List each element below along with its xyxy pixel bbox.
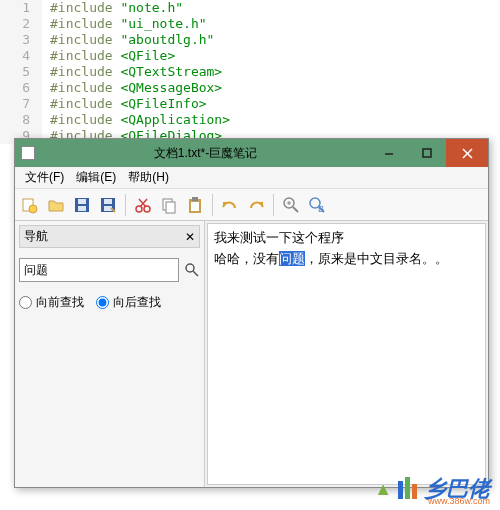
- minimize-button[interactable]: [370, 139, 408, 167]
- line-number: 2: [0, 16, 42, 32]
- code-editor-background: 1#include "note.h" 2#include "ui_note.h"…: [0, 0, 500, 145]
- app-window: 文档1.txt*-巨魔笔记 文件(F) 编辑(E) 帮助(H) B 导航 ✕: [14, 138, 489, 488]
- menubar: 文件(F) 编辑(E) 帮助(H): [15, 167, 488, 189]
- app-icon: [21, 146, 35, 160]
- menu-edit[interactable]: 编辑(E): [70, 167, 122, 188]
- save-button[interactable]: [71, 194, 93, 216]
- toolbar: B: [15, 189, 488, 221]
- svg-point-28: [186, 264, 194, 272]
- search-input[interactable]: [19, 258, 179, 282]
- sidebar-close-icon[interactable]: ✕: [185, 230, 195, 244]
- menu-help[interactable]: 帮助(H): [122, 167, 175, 188]
- svg-rect-30: [398, 481, 403, 499]
- copy-button[interactable]: [158, 194, 180, 216]
- watermark-logo-icon: [396, 475, 420, 503]
- line-number: 1: [0, 0, 42, 16]
- radio-search-forward[interactable]: 向后查找: [96, 294, 161, 311]
- svg-point-5: [29, 205, 37, 213]
- save-as-button[interactable]: [97, 194, 119, 216]
- line-number: 4: [0, 48, 42, 64]
- find-sidebar: 导航 ✕ 向前查找 向后查找: [15, 221, 205, 487]
- line-number: 7: [0, 96, 42, 112]
- radio-back-input[interactable]: [19, 296, 32, 309]
- menu-file[interactable]: 文件(F): [19, 167, 70, 188]
- maximize-button[interactable]: [408, 139, 446, 167]
- radio-fwd-input[interactable]: [96, 296, 109, 309]
- paste-button[interactable]: [184, 194, 206, 216]
- editor-line: 哈哈，没有问题，原来是中文目录名。。: [214, 249, 479, 270]
- svg-rect-20: [191, 202, 199, 211]
- zoom-in-button[interactable]: [280, 194, 302, 216]
- svg-rect-17: [166, 202, 175, 213]
- svg-rect-8: [78, 206, 86, 211]
- editor-line: 我来测试一下这个程序: [214, 228, 479, 249]
- cut-button[interactable]: [132, 194, 154, 216]
- undo-button[interactable]: [219, 194, 241, 216]
- window-title: 文档1.txt*-巨魔笔记: [41, 145, 370, 162]
- line-number: 6: [0, 80, 42, 96]
- svg-line-29: [193, 271, 198, 276]
- line-number: 8: [0, 112, 42, 128]
- radio-search-back[interactable]: 向前查找: [19, 294, 84, 311]
- svg-rect-19: [192, 197, 198, 201]
- watermark-url: www.386w.com: [428, 496, 490, 506]
- text-editor[interactable]: 我来测试一下这个程序 哈哈，没有问题，原来是中文目录名。。: [207, 223, 486, 485]
- svg-rect-7: [78, 199, 86, 204]
- search-icon[interactable]: [183, 261, 200, 279]
- svg-rect-32: [412, 484, 417, 499]
- line-number: 5: [0, 64, 42, 80]
- svg-rect-10: [104, 199, 112, 204]
- find-button[interactable]: B: [306, 194, 328, 216]
- arrow-up-icon: ▲: [374, 479, 392, 500]
- svg-line-22: [293, 207, 298, 212]
- sidebar-header: 导航 ✕: [19, 225, 200, 248]
- svg-point-13: [144, 206, 150, 212]
- search-highlight: 问题: [279, 251, 305, 266]
- svg-rect-1: [423, 149, 431, 157]
- sidebar-title: 导航: [24, 228, 48, 245]
- close-button[interactable]: [446, 139, 488, 167]
- redo-button[interactable]: [245, 194, 267, 216]
- titlebar[interactable]: 文档1.txt*-巨魔笔记: [15, 139, 488, 167]
- watermark: ▲ 乡巴佬 www.386w.com: [374, 474, 490, 504]
- svg-text:B: B: [318, 204, 324, 214]
- open-file-button[interactable]: [45, 194, 67, 216]
- svg-point-12: [136, 206, 142, 212]
- new-file-button[interactable]: [19, 194, 41, 216]
- line-number: 3: [0, 32, 42, 48]
- svg-rect-31: [405, 477, 410, 499]
